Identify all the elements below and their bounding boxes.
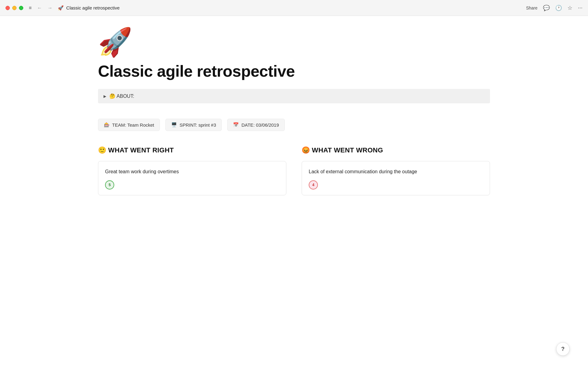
- went-wrong-card-text-0: Lack of external communication during th…: [309, 168, 483, 175]
- titlebar-title: 🚀 Classic agile retrospective: [58, 5, 526, 11]
- titlebar-text: Classic agile retrospective: [66, 5, 119, 10]
- history-icon[interactable]: 🕐: [555, 5, 562, 11]
- sprint-icon: 🖥️: [171, 122, 177, 128]
- team-label: TEAM: Team Rocket: [112, 122, 154, 128]
- went-wrong-header: 😡 WHAT WENT WRONG: [302, 146, 490, 154]
- minimize-button[interactable]: [12, 6, 17, 10]
- went-wrong-section: 😡 WHAT WENT WRONG Lack of external commu…: [302, 146, 490, 195]
- back-button[interactable]: ←: [36, 5, 43, 11]
- page-icon: 🚀: [98, 28, 490, 56]
- meta-row: 🎰 TEAM: Team Rocket 🖥️ SPRINT: sprint #3…: [98, 119, 490, 131]
- went-right-card-text-0: Great team work during overtimes: [105, 168, 279, 175]
- about-label: 🤔 ABOUT:: [109, 93, 134, 99]
- went-right-card-0: Great team work during overtimes 5: [98, 161, 286, 195]
- comment-icon[interactable]: 💬: [543, 5, 550, 11]
- team-badge[interactable]: 🎰 TEAM: Team Rocket: [98, 119, 160, 131]
- date-icon: 📅: [233, 122, 239, 128]
- menu-icon[interactable]: ≡: [29, 5, 32, 11]
- fullscreen-button[interactable]: [19, 6, 23, 10]
- nav-buttons: ← →: [36, 5, 54, 11]
- share-button[interactable]: Share: [526, 6, 537, 10]
- went-right-header: 🙂 WHAT WENT RIGHT: [98, 146, 286, 154]
- went-wrong-badge-0[interactable]: 4: [309, 180, 318, 190]
- close-button[interactable]: [6, 6, 10, 10]
- help-button[interactable]: ?: [556, 342, 570, 356]
- went-wrong-heading: WHAT WENT WRONG: [312, 146, 383, 154]
- about-arrow-icon: ▶: [104, 94, 106, 98]
- went-right-section: 🙂 WHAT WENT RIGHT Great team work during…: [98, 146, 286, 195]
- titlebar: ≡ ← → 🚀 Classic agile retrospective Shar…: [0, 0, 588, 16]
- date-label: DATE: 03/06/2019: [241, 122, 279, 128]
- went-wrong-card-0: Lack of external communication during th…: [302, 161, 490, 195]
- about-section[interactable]: ▶ 🤔 ABOUT:: [98, 89, 490, 103]
- sprint-label: SPRINT: sprint #3: [179, 122, 216, 128]
- titlebar-emoji: 🚀: [58, 5, 64, 11]
- went-right-emoji: 🙂: [98, 146, 106, 154]
- sprint-badge[interactable]: 🖥️ SPRINT: sprint #3: [165, 119, 222, 131]
- star-icon[interactable]: ☆: [567, 5, 572, 11]
- date-badge[interactable]: 📅 DATE: 03/06/2019: [227, 119, 285, 131]
- went-wrong-emoji: 😡: [302, 146, 310, 154]
- titlebar-actions: Share 💬 🕐 ☆ ···: [526, 5, 582, 11]
- went-right-heading: WHAT WENT RIGHT: [108, 146, 174, 154]
- main-content: 🚀 Classic agile retrospective ▶ 🤔 ABOUT:…: [0, 16, 588, 195]
- forward-button[interactable]: →: [46, 5, 54, 11]
- sections-row: 🙂 WHAT WENT RIGHT Great team work during…: [98, 146, 490, 195]
- went-right-badge-0[interactable]: 5: [105, 180, 114, 190]
- traffic-lights: [6, 6, 23, 10]
- page-title: Classic agile retrospective: [98, 62, 490, 80]
- team-icon: 🎰: [104, 122, 110, 128]
- more-icon[interactable]: ···: [578, 5, 582, 11]
